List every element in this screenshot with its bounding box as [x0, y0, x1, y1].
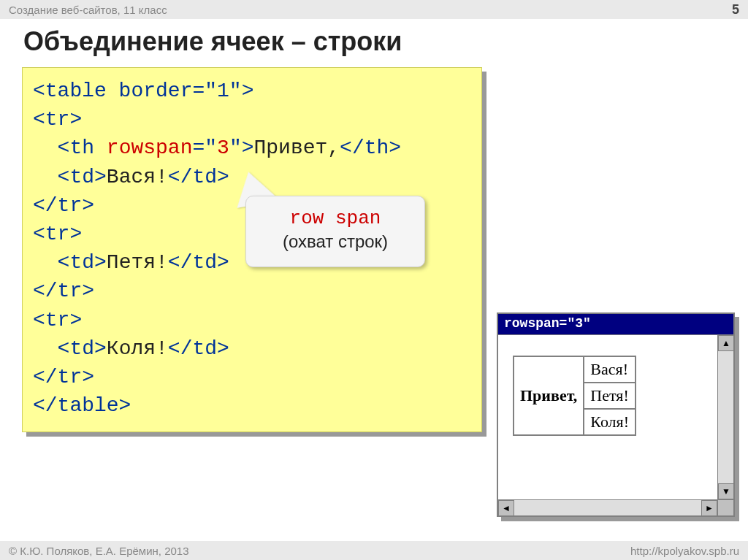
code-text: Петя!	[107, 251, 168, 274]
copyright-label: © К.Ю. Поляков, Е.А. Ерёмин, 2013	[9, 545, 189, 557]
code-line: <tr>	[33, 108, 82, 131]
callout-line2: (охват строк)	[246, 231, 424, 253]
code-text: Вася!	[107, 166, 168, 188]
result-client: Привет, Вася! Петя! Коля! ▲ ▼ ◄ ►	[498, 334, 733, 515]
result-titlebar: rowspan="3"	[498, 314, 733, 334]
scroll-corner	[717, 499, 733, 515]
scroll-right-icon[interactable]: ►	[701, 500, 717, 516]
code-line: </tr>	[33, 194, 94, 217]
code-line: <td>	[33, 337, 107, 360]
callout-bubble: row span (охват строк)	[245, 196, 425, 267]
code-line: </td>	[168, 251, 229, 274]
code-line: <tr>	[33, 309, 82, 331]
code-line: <td>	[33, 251, 107, 274]
code-text: Коля!	[107, 337, 168, 360]
result-table: Привет, Вася! Петя! Коля!	[513, 356, 636, 436]
table-cell: Вася!	[584, 356, 636, 383]
code-line: <tr>	[33, 223, 82, 245]
code-line: <table border="1">	[33, 80, 253, 102]
code-line: </table>	[33, 394, 131, 417]
code-attr: rowspan	[107, 137, 193, 159]
scroll-up-icon[interactable]: ▲	[718, 335, 734, 351]
scrollbar-vertical[interactable]: ▲ ▼	[717, 335, 733, 515]
code-text: Привет,	[253, 137, 340, 159]
scroll-left-icon[interactable]: ◄	[498, 500, 514, 516]
slide-footer: © К.Ю. Поляков, Е.А. Ерёмин, 2013 http:/…	[0, 541, 748, 560]
course-label: Создание веб-сайтов, 11 класс	[9, 4, 167, 16]
code-attr: 3	[217, 137, 229, 159]
scroll-down-icon[interactable]: ▼	[718, 483, 734, 499]
callout-line1: row span	[246, 207, 424, 231]
scrollbar-horizontal[interactable]: ◄ ►	[498, 499, 717, 515]
result-window: rowspan="3" Привет, Вася! Петя! Коля! ▲ …	[497, 312, 735, 517]
code-line: <td>	[33, 166, 107, 188]
footer-url: http://kpolyakov.spb.ru	[630, 545, 739, 557]
code-line: <th	[33, 137, 107, 159]
code-line: </td>	[168, 166, 229, 188]
table-row: Привет, Вася!	[514, 356, 636, 383]
code-line: ="	[192, 137, 217, 159]
table-header-cell: Привет,	[514, 356, 584, 435]
code-line: </td>	[168, 337, 229, 360]
table-cell: Коля!	[584, 409, 636, 435]
page-number: 5	[732, 2, 739, 18]
slide-title: Объединение ячеек – строки	[23, 26, 402, 57]
code-line: </tr>	[33, 366, 94, 388]
code-line: </tr>	[33, 280, 94, 302]
table-cell: Петя!	[584, 383, 636, 409]
slide-header: Создание веб-сайтов, 11 класс 5	[0, 0, 748, 19]
code-line: </th>	[340, 137, 401, 159]
code-line: ">	[229, 137, 254, 159]
